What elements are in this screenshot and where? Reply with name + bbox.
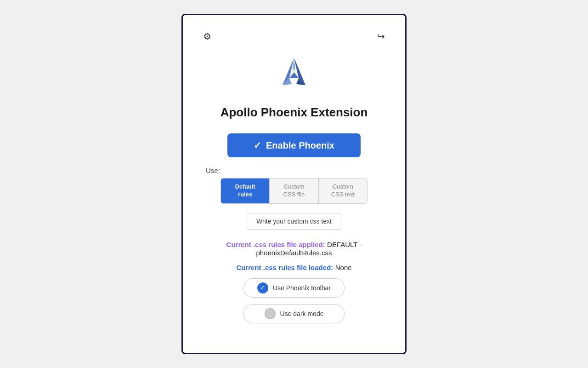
write-css-button[interactable]: Write your custom css text (247, 213, 341, 230)
gear-icon: ⚙ (203, 31, 211, 41)
toolbar-toggle-icon: ✓ (257, 282, 268, 293)
svg-marker-4 (289, 72, 299, 78)
status-applied-block: Current .css rules file applied: DEFAULT… (201, 241, 387, 257)
tab-custom-css-text[interactable]: CustomCSS text (319, 178, 367, 203)
enable-button-label: Enable Phoenix (266, 140, 334, 151)
logo-container (273, 53, 315, 96)
status-loaded-value: None (335, 264, 352, 271)
logout-icon: ↪ (377, 31, 385, 41)
main-card: ⚙ ↪ Apollo Phoenix Extension ✓ Enable Ph… (181, 14, 407, 354)
toolbar-toggle-row[interactable]: ✓ Use Phoenix toolbar (243, 278, 345, 298)
status-applied-label: Current .css rules file applied: (226, 241, 325, 248)
dark-mode-toggle-label: Use dark mode (280, 310, 324, 317)
app-title: Apollo Phoenix Extension (220, 105, 368, 120)
enable-check-icon: ✓ (254, 140, 261, 151)
use-label: Use: (206, 167, 220, 174)
status-loaded-block: Current .css rules file loaded: None (201, 264, 387, 272)
toolbar-toggle-label: Use Phoenix toolbar (273, 284, 331, 292)
tab-custom-css-file[interactable]: CustomCSS file (270, 178, 318, 203)
tab-group: Defaultrules CustomCSS file CustomCSS te… (220, 178, 368, 204)
dark-mode-toggle-icon (265, 308, 276, 319)
tab-default-rules[interactable]: Defaultrules (221, 178, 270, 203)
logout-button[interactable]: ↪ (375, 29, 387, 44)
app-logo (273, 53, 315, 94)
settings-button[interactable]: ⚙ (201, 29, 213, 44)
status-loaded-label: Current .css rules file loaded: (236, 264, 333, 271)
dark-mode-toggle-row[interactable]: Use dark mode (243, 304, 345, 323)
top-icons-row: ⚙ ↪ (201, 29, 387, 44)
enable-phoenix-button[interactable]: ✓ Enable Phoenix (227, 133, 361, 157)
